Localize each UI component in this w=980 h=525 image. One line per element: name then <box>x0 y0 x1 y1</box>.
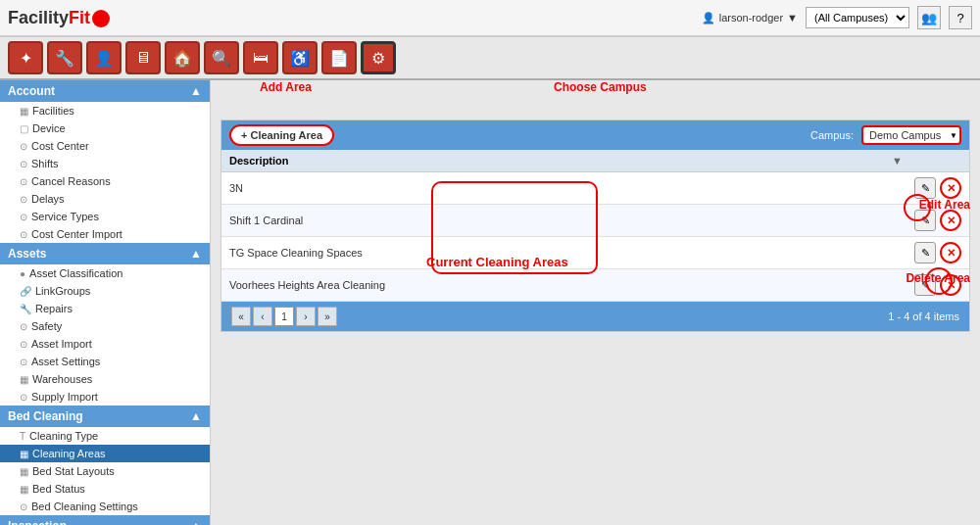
toolbar-doc-btn[interactable]: 📄 <box>321 41 357 74</box>
user-dropdown-arrow: ▼ <box>787 12 798 24</box>
bed-stat-layouts-icon: ▦ <box>20 466 28 477</box>
sidebar-item-cancel-reasons[interactable]: ⊙ Cancel Reasons <box>0 172 210 190</box>
sidebar-item-warehouses[interactable]: ▦ Warehouses <box>0 370 210 388</box>
edit-button-0[interactable]: ✎ <box>914 177 936 199</box>
toolbar-accessibility-btn[interactable]: ♿ <box>282 41 318 74</box>
first-page-btn[interactable]: « <box>231 307 251 326</box>
delete-button-3[interactable]: ✕ <box>940 274 961 296</box>
asset-classification-icon: ● <box>20 268 25 279</box>
user-icon: 👤 <box>702 12 715 24</box>
description-col-header: Description <box>229 155 888 167</box>
sidebar-item-asset-classification[interactable]: ● Asset Classification <box>0 264 210 282</box>
cost-center-icon: ⊙ <box>20 141 27 152</box>
group-btn[interactable]: 👥 <box>917 6 941 29</box>
content-area: Add Area Choose Campus + Cleaning Area C… <box>211 80 980 525</box>
asset-import-icon: ⊙ <box>20 339 27 350</box>
delays-icon: ⊙ <box>20 194 27 205</box>
section-account-label: Account <box>8 84 55 98</box>
campus-label: Campus: <box>810 129 854 141</box>
sidebar-item-repairs-label: Repairs <box>35 303 73 314</box>
sidebar-section-account[interactable]: Account ▲ <box>0 80 210 102</box>
sidebar-item-cleaning-areas[interactable]: ▦ Cleaning Areas <box>0 445 210 462</box>
delete-button-2[interactable]: ✕ <box>940 242 961 263</box>
sidebar-item-delays[interactable]: ⊙ Delays <box>0 190 210 208</box>
table-row: 3N ✎ ✕ <box>221 172 969 205</box>
sidebar-item-bed-cleaning-settings-label: Bed Cleaning Settings <box>31 501 138 512</box>
sidebar-item-safety-label: Safety <box>31 320 62 332</box>
prev-page-btn[interactable]: ‹ <box>253 307 272 326</box>
cancel-reasons-icon: ⊙ <box>20 176 27 187</box>
campus-wrapper: (All Campuses)Demo Campus <box>861 125 961 145</box>
toolbar-search-btn[interactable]: 🔍 <box>204 41 239 74</box>
delete-button-0[interactable]: ✕ <box>940 177 961 199</box>
toolbar-monitor-btn[interactable]: 🖥 <box>125 41 161 74</box>
section-inspection-arrow: ▲ <box>190 519 202 525</box>
row-text: 3N <box>229 182 903 194</box>
user-info: 👤 larson-rodger ▼ <box>702 12 798 24</box>
toolbar-wrench-btn[interactable]: 🔧 <box>47 41 82 74</box>
sidebar-item-service-types[interactable]: ⊙ Service Types <box>0 208 210 225</box>
table-row: Voorhees Heights Area Cleaning ✎ ✕ <box>221 269 969 302</box>
sidebar-section-bed-cleaning[interactable]: Bed Cleaning ▲ <box>0 406 210 427</box>
sidebar-item-delays-label: Delays <box>31 193 65 205</box>
sidebar-item-asset-classification-label: Asset Classification <box>29 267 122 279</box>
toolbar-settings-btn[interactable]: ⚙ <box>361 41 396 74</box>
sidebar-item-asset-import[interactable]: ⊙ Asset Import <box>0 335 210 353</box>
cleaning-areas-icon: ▦ <box>20 449 28 459</box>
row-text: Shift 1 Cardinal <box>229 215 903 226</box>
campus-dropdown[interactable]: (All Campuses)Demo Campus <box>861 125 961 145</box>
sidebar-item-cost-center[interactable]: ⊙ Cost Center <box>0 137 210 155</box>
sidebar-item-bed-stat-layouts[interactable]: ▦ Bed Stat Layouts <box>0 462 210 480</box>
sidebar-item-bed-status-label: Bed Status <box>32 483 85 495</box>
sidebar-item-repairs[interactable]: 🔧 Repairs <box>0 300 210 317</box>
linkgroups-icon: 🔗 <box>20 286 31 297</box>
sidebar-item-bed-cleaning-settings[interactable]: ⊙ Bed Cleaning Settings <box>0 498 210 515</box>
logo-icon: ® <box>92 10 110 27</box>
help-btn[interactable]: ? <box>949 6 972 29</box>
toolbar: ✦ 🔧 👤 🖥 🏠 🔍 🛏 ♿ 📄 ⚙ <box>0 37 980 80</box>
campus-select[interactable]: (All Campuses) Demo Campus <box>806 7 909 28</box>
page-controls: « ‹ 1 › » <box>231 307 337 326</box>
safety-icon: ⊙ <box>20 321 27 332</box>
toolbar-bed-btn[interactable]: 🛏 <box>243 41 278 74</box>
row-actions: ✎ ✕ <box>903 210 961 231</box>
add-area-button[interactable]: + Cleaning Area <box>229 124 334 146</box>
bed-status-icon: ▦ <box>20 484 28 495</box>
sidebar-item-service-types-label: Service Types <box>31 211 99 222</box>
sidebar-item-shifts-label: Shifts <box>31 158 59 169</box>
filter-icon[interactable]: ▼ <box>892 155 903 167</box>
sidebar-item-safety[interactable]: ⊙ Safety <box>0 317 210 335</box>
delete-button-1[interactable]: ✕ <box>940 210 961 231</box>
next-page-btn[interactable]: › <box>296 307 316 326</box>
toolbar-person-btn[interactable]: 👤 <box>86 41 122 74</box>
sidebar-item-shifts[interactable]: ⊙ Shifts <box>0 155 210 172</box>
sidebar-item-asset-settings[interactable]: ⊙ Asset Settings <box>0 353 210 370</box>
toolbar-house-btn[interactable]: 🏠 <box>165 41 200 74</box>
sidebar-item-warehouses-label: Warehouses <box>32 373 92 385</box>
sidebar-item-linkgroups[interactable]: 🔗 LinkGroups <box>0 282 210 300</box>
sidebar-item-bed-status[interactable]: ▦ Bed Status <box>0 480 210 498</box>
sidebar-item-supply-import[interactable]: ⊙ Supply Import <box>0 388 210 406</box>
page-info: 1 - 4 of 4 items <box>888 310 959 322</box>
last-page-btn[interactable]: » <box>318 307 337 326</box>
edit-button-1[interactable]: ✎ <box>914 210 936 231</box>
add-area-annotation: Add Area <box>260 80 312 94</box>
edit-button-3[interactable]: ✎ <box>914 274 936 296</box>
service-types-icon: ⊙ <box>20 212 27 222</box>
sidebar-item-cost-center-import[interactable]: ⊙ Cost Center Import <box>0 225 210 243</box>
row-actions: ✎ ✕ <box>903 274 961 296</box>
sidebar-section-assets[interactable]: Assets ▲ <box>0 243 210 264</box>
edit-button-2[interactable]: ✎ <box>914 242 936 263</box>
page-1-btn[interactable]: 1 <box>274 307 294 326</box>
sidebar-section-inspection[interactable]: Inspection ▲ <box>0 515 210 525</box>
table-row: Shift 1 Cardinal ✎ ✕ <box>221 205 969 237</box>
table-header: Description ▼ <box>221 150 969 172</box>
sidebar-item-device[interactable]: ▢ Device <box>0 119 210 137</box>
toolbar-home-btn[interactable]: ✦ <box>8 41 43 74</box>
sidebar-item-cleaning-type[interactable]: T Cleaning Type <box>0 427 210 445</box>
sidebar-item-asset-import-label: Asset Import <box>31 338 92 350</box>
header: FacilityFit® 👤 larson-rodger ▼ (All Camp… <box>0 0 980 37</box>
pagination: « ‹ 1 › » 1 - 4 of 4 items <box>221 302 969 331</box>
sidebar-item-facilities[interactable]: ▦ Facilities <box>0 102 210 119</box>
sidebar: Account ▲ ▦ Facilities ▢ Device ⊙ Cost C… <box>0 80 211 525</box>
